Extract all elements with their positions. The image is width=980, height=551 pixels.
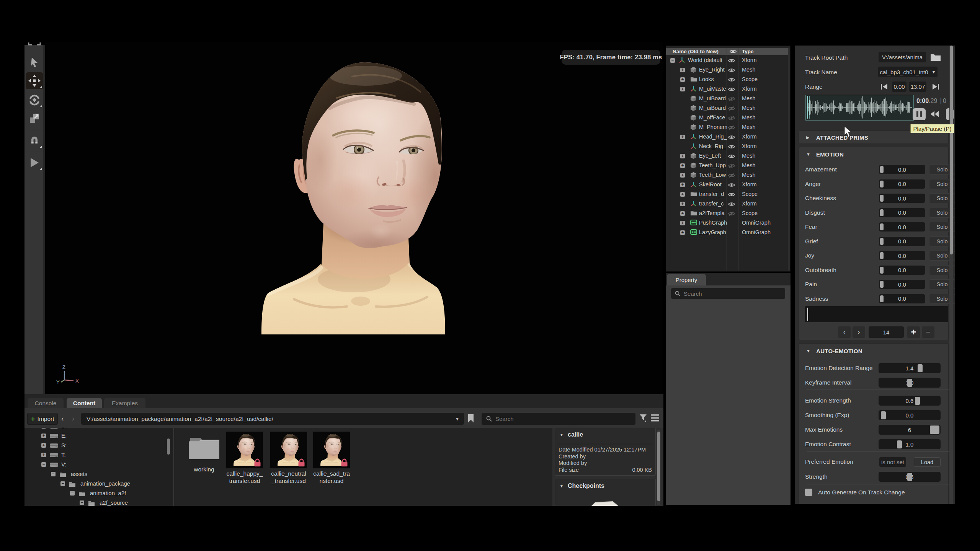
stage-row[interactable]: + Looks Scope (666, 75, 790, 84)
slider-handle[interactable] (915, 397, 920, 405)
rotate-tool-button[interactable] (26, 91, 43, 108)
expand-expander[interactable]: + (41, 434, 46, 438)
stage-row[interactable]: − World (default Xform (666, 55, 790, 65)
auto-emotion-slider[interactable]: 0.0 (879, 410, 941, 420)
hamburger-menu-icon[interactable] (651, 414, 659, 422)
collapse-expander[interactable]: − (41, 462, 46, 467)
import-button[interactable]: + Import (27, 413, 58, 425)
skip-to-start-icon[interactable] (880, 83, 888, 90)
expand-expander[interactable]: + (41, 443, 46, 448)
stage-row[interactable]: + Eye_Right Mesh (666, 65, 790, 75)
stage-row[interactable]: + Head_Rig_ Xform (666, 132, 790, 142)
emotion-slider[interactable]: 0.0 (879, 179, 925, 189)
tab-property[interactable]: Property (667, 274, 706, 285)
eye-visible-icon[interactable] (728, 202, 735, 207)
move-tool-button[interactable] (26, 72, 43, 89)
stage-row[interactable]: M_uiBoard Mesh (666, 94, 790, 103)
stage-row[interactable]: + transfer_c Xform (666, 199, 790, 209)
eye-hidden-icon[interactable] (728, 125, 735, 130)
slider-handle[interactable] (930, 425, 939, 434)
load-button[interactable]: Load (914, 457, 941, 467)
stage-row[interactable]: + Teeth_Low Mesh (666, 170, 790, 180)
stage-row[interactable]: M_uiBoard Mesh (666, 103, 790, 113)
emotion-frame-field[interactable]: 14 (869, 326, 904, 338)
audio-waveform[interactable] (805, 95, 914, 121)
eye-hidden-icon[interactable] (728, 173, 735, 178)
property-search-input[interactable]: Search (671, 288, 785, 299)
auto-emotion-slider[interactable]: 1.4 (879, 363, 941, 373)
eye-visible-icon[interactable] (728, 68, 735, 73)
stage-header-type[interactable]: Type (742, 49, 754, 54)
auto-emotion-slider[interactable]: 6 (879, 425, 941, 435)
expand-expander[interactable]: + (680, 192, 685, 197)
emotion-prev-button[interactable]: ‹ (838, 326, 851, 338)
slider-handle[interactable] (880, 281, 884, 288)
eye-visible-icon[interactable] (728, 77, 735, 82)
emotion-slider[interactable]: 0.0 (879, 208, 925, 217)
info-scrollbar-handle[interactable] (657, 432, 660, 501)
eye-visible-icon[interactable] (728, 135, 735, 140)
viewport-3d[interactable]: Z X Y (45, 42, 663, 394)
content-search-input[interactable]: Search (482, 413, 635, 425)
emotion-add-button[interactable]: + (907, 326, 920, 338)
slider-handle[interactable] (907, 379, 912, 387)
expand-expander[interactable]: + (680, 183, 685, 187)
expanded-caret-icon[interactable]: ▼ (806, 152, 810, 156)
stage-row[interactable]: M_offFace Mesh (666, 113, 790, 122)
collapse-expander[interactable]: − (60, 481, 65, 486)
emotion-slider[interactable]: 0.0 (879, 251, 925, 260)
expand-expander[interactable]: + (680, 221, 685, 225)
playhead-cursor[interactable] (807, 96, 808, 119)
stage-row[interactable]: + Eye_Left Mesh (666, 151, 790, 161)
slider-handle[interactable] (881, 411, 886, 419)
track-root-path-field[interactable]: V:/assets/anima (879, 52, 926, 62)
play-button[interactable] (26, 154, 43, 171)
eye-visible-icon[interactable] (728, 154, 735, 159)
tree-scrollbar-handle[interactable] (167, 439, 170, 455)
stage-scrollbar[interactable] (788, 48, 791, 271)
range-end-field[interactable]: 13.07 (909, 82, 926, 92)
track-name-dropdown[interactable]: cal_bp3_ch01_int0 ▼ (878, 67, 938, 77)
eye-hidden-icon[interactable] (728, 106, 735, 111)
expand-expander[interactable]: + (680, 211, 685, 216)
eye-visible-icon[interactable] (728, 144, 735, 149)
expand-expander[interactable]: + (680, 68, 685, 72)
expand-expander[interactable]: + (680, 135, 685, 139)
browse-folder-icon[interactable] (930, 53, 941, 61)
preferred-emotion-value[interactable]: is not set (879, 457, 906, 467)
slider-handle[interactable] (880, 252, 884, 259)
strength-slider[interactable]: 0.5 (879, 472, 941, 482)
expand-expander[interactable]: + (680, 154, 685, 158)
eye-visible-icon[interactable] (728, 58, 735, 63)
tab-content[interactable]: Content (67, 398, 102, 408)
emotion-slider[interactable]: 0.0 (879, 194, 925, 203)
filter-icon[interactable] (639, 414, 647, 422)
range-start-field[interactable]: 0.00 (892, 82, 906, 92)
rewind-icon[interactable] (930, 110, 939, 118)
stage-row[interactable]: + SkelRoot Xform (666, 180, 790, 189)
nav-back-button[interactable]: ‹ (61, 414, 64, 423)
collapse-expander[interactable]: − (670, 58, 675, 63)
slider-handle[interactable] (880, 223, 884, 230)
slider-handle[interactable] (907, 473, 912, 481)
stage-row[interactable]: Neck_Rig_ Xform (666, 142, 790, 151)
slider-handle[interactable] (880, 295, 884, 302)
tab-console[interactable]: Console (28, 398, 64, 408)
slider-handle[interactable] (880, 238, 884, 245)
slider-handle[interactable] (880, 195, 884, 202)
auto-emotion-slider[interactable]: 1.0 (879, 378, 941, 388)
expand-expander[interactable]: + (680, 202, 685, 206)
pause-button[interactable] (913, 108, 926, 120)
path-dropdown-icon[interactable]: ▼ (455, 417, 459, 421)
tab-examples[interactable]: Examples (104, 398, 145, 408)
expanded-caret-icon[interactable]: ▼ (560, 433, 564, 437)
stage-row[interactable]: + LazyGraph OmniGraph (666, 228, 790, 237)
eye-hidden-icon[interactable] (728, 96, 735, 101)
eye-visible-icon[interactable] (728, 192, 735, 197)
emotion-slider[interactable]: 0.0 (879, 266, 925, 275)
expand-expander[interactable]: + (680, 77, 685, 82)
a2f-scrollbar-track[interactable] (949, 46, 953, 504)
emotion-slider[interactable]: 0.0 (879, 237, 925, 246)
expand-expander[interactable]: + (41, 428, 46, 429)
skip-to-end-icon[interactable] (932, 83, 939, 90)
